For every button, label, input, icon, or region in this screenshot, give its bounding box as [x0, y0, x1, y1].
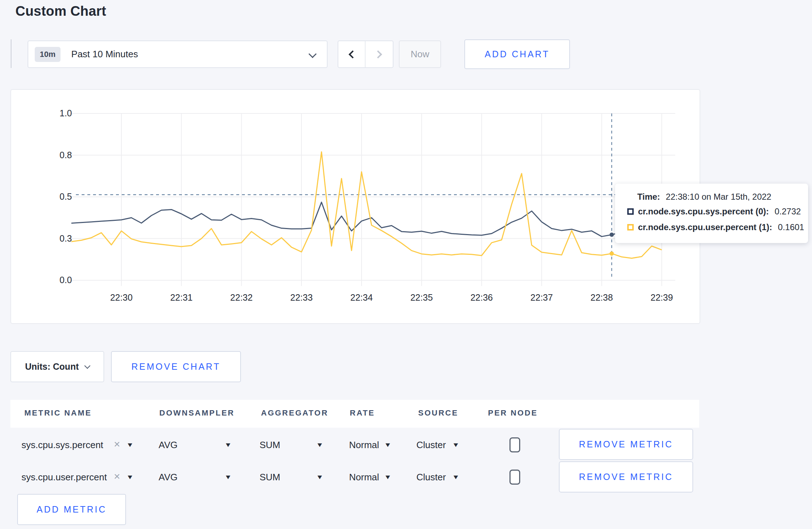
rate-select[interactable]: Normal	[349, 440, 379, 451]
add-chart-button[interactable]: ADD CHART	[464, 39, 570, 69]
chart-hover-tooltip: Time: 22:38:10 on Mar 15th, 2022 cr.node…	[615, 184, 808, 243]
x-axis-tick: 22:30	[98, 292, 145, 303]
caret-down-icon[interactable]: ▾	[128, 472, 132, 481]
caret-down-icon[interactable]: ▾	[386, 440, 390, 449]
rate-select[interactable]: Normal	[349, 472, 379, 483]
aggregator-select[interactable]: SUM	[260, 440, 280, 451]
chevron-right-icon	[374, 50, 382, 58]
chevron-left-icon	[349, 50, 357, 58]
time-range-select[interactable]: 10m Past 10 Minutes	[28, 40, 328, 68]
x-axis-tick: 22:31	[158, 292, 205, 303]
series-swatch-icon	[627, 224, 634, 230]
per-node-checkbox[interactable]	[509, 470, 520, 485]
series-line	[71, 152, 662, 258]
close-icon[interactable]: ×	[114, 470, 120, 482]
toolbar-divider	[11, 39, 11, 68]
add-metric-button[interactable]: ADD METRIC	[17, 494, 126, 525]
units-select[interactable]: Units: Count	[10, 351, 104, 382]
metrics-table-header: METRIC NAME DOWNSAMPLER AGGREGATOR RATE …	[10, 400, 699, 428]
col-header-metric-name: METRIC NAME	[24, 408, 92, 418]
col-header-downsampler: DOWNSAMPLER	[159, 408, 235, 418]
x-axis-tick: 22:37	[518, 292, 565, 303]
col-header-per-node: PER NODE	[488, 408, 538, 418]
metric-name-value[interactable]: sys.cpu.user.percent	[21, 472, 107, 483]
metric-name-value[interactable]: sys.cpu.sys.percent	[21, 440, 103, 451]
x-axis-tick: 22:39	[638, 292, 685, 303]
units-select-label: Units: Count	[25, 361, 79, 372]
chart-svg[interactable]	[11, 90, 700, 323]
caret-down-icon[interactable]: ▾	[226, 440, 231, 449]
col-header-source: SOURCE	[418, 408, 458, 418]
next-range-button[interactable]	[366, 41, 393, 67]
series-line	[71, 202, 662, 237]
caret-down-icon[interactable]: ▾	[454, 440, 458, 449]
col-header-rate: RATE	[350, 408, 375, 418]
remove-chart-button[interactable]: REMOVE CHART	[111, 351, 241, 382]
hover-point	[610, 233, 614, 237]
remove-metric-button[interactable]: REMOVE METRIC	[559, 429, 693, 460]
source-select[interactable]: Cluster	[416, 472, 446, 483]
chart-card[interactable]: 0.00.30.50.81.022:3022:3122:3222:3322:34…	[10, 89, 700, 324]
caret-down-icon[interactable]: ▾	[454, 472, 458, 481]
time-step-buttons	[338, 40, 393, 68]
tooltip-series-name: cr.node.sys.cpu.user.percent (1):	[638, 222, 772, 232]
chevron-down-icon	[309, 50, 317, 58]
time-range-badge: 10m	[35, 47, 61, 62]
y-axis-tick: 0.3	[25, 233, 72, 244]
downsampler-select[interactable]: AVG	[159, 440, 178, 451]
series-swatch-icon	[627, 208, 634, 215]
x-axis-tick: 22:35	[398, 292, 445, 303]
tooltip-time-label: Time:	[637, 192, 660, 202]
col-header-aggregator: AGGREGATOR	[261, 408, 328, 418]
page-title: Custom Chart	[15, 4, 106, 19]
caret-down-icon[interactable]: ▾	[318, 472, 322, 481]
caret-down-icon[interactable]: ▾	[318, 440, 322, 449]
x-axis-tick: 22:36	[458, 292, 505, 303]
x-axis-tick: 22:38	[579, 292, 625, 303]
y-axis-tick: 0.0	[25, 275, 72, 285]
tooltip-series-value: 0.2732	[774, 207, 801, 217]
now-button[interactable]: Now	[399, 40, 441, 68]
x-axis-tick: 22:33	[278, 292, 325, 303]
aggregator-select[interactable]: SUM	[260, 472, 280, 483]
caret-down-icon[interactable]: ▾	[226, 472, 231, 481]
per-node-checkbox[interactable]	[509, 437, 520, 452]
downsampler-select[interactable]: AVG	[159, 472, 178, 483]
y-axis-tick: 1.0	[25, 108, 72, 118]
x-axis-tick: 22:34	[338, 292, 385, 303]
y-axis-tick: 0.8	[25, 150, 72, 160]
x-axis-tick: 22:32	[218, 292, 265, 303]
prev-range-button[interactable]	[338, 41, 366, 67]
tooltip-time-value: 22:38:10 on Mar 15th, 2022	[666, 192, 772, 202]
chevron-down-icon	[84, 363, 90, 369]
remove-metric-button[interactable]: REMOVE METRIC	[559, 461, 693, 492]
tooltip-series-value: 0.1601	[778, 222, 804, 232]
caret-down-icon[interactable]: ▾	[128, 440, 132, 449]
tooltip-series-name: cr.node.sys.cpu.sys.percent (0):	[638, 207, 769, 217]
close-icon[interactable]: ×	[114, 438, 120, 450]
y-axis-tick: 0.5	[25, 191, 72, 202]
time-range-label: Past 10 Minutes	[71, 49, 138, 60]
caret-down-icon[interactable]: ▾	[386, 472, 390, 481]
hover-point	[610, 251, 614, 256]
source-select[interactable]: Cluster	[416, 440, 446, 451]
